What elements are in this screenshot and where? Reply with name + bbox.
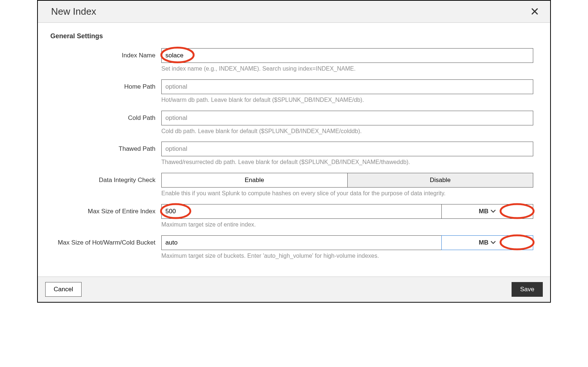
label-thawed-path: Thawed Path [50, 142, 161, 153]
select-max-bucket-unit[interactable]: MB [441, 235, 533, 250]
select-max-index-unit[interactable]: MB [441, 204, 533, 219]
label-data-integrity: Data Integrity Check [50, 173, 161, 184]
chevron-down-icon [491, 241, 496, 244]
modal-header: New Index [38, 1, 550, 23]
save-button[interactable]: Save [512, 282, 543, 297]
help-cold-path: Cold db path. Leave blank for default ($… [161, 128, 533, 135]
help-data-integrity: Enable this if you want Splunk to comput… [161, 190, 533, 197]
modal-title: New Index [51, 6, 96, 17]
row-max-bucket: Max Size of Hot/Warm/Cold Bucket MB Maxi… [50, 235, 538, 260]
cancel-button[interactable]: Cancel [45, 282, 82, 297]
help-thawed-path: Thawed/resurrected db path. Leave blank … [161, 158, 533, 166]
row-cold-path: Cold Path Cold db path. Leave blank for … [50, 111, 538, 135]
toggle-data-integrity: Enable Disable [161, 173, 533, 188]
input-max-bucket[interactable] [161, 235, 441, 250]
input-max-index[interactable] [161, 204, 441, 219]
row-max-index: Max Size of Entire Index MB [50, 204, 538, 229]
help-max-index: Maximum target size of entire index. [161, 221, 533, 229]
row-index-name: Index Name Set index name (e.g., INDEX_N… [50, 48, 538, 73]
modal-footer: Cancel Save [38, 277, 550, 302]
label-cold-path: Cold Path [50, 111, 161, 122]
input-thawed-path[interactable] [161, 142, 533, 156]
unit-label: MB [479, 239, 488, 246]
input-cold-path[interactable] [161, 111, 533, 125]
input-home-path[interactable] [161, 79, 533, 94]
label-home-path: Home Path [50, 79, 161, 91]
help-max-bucket: Maximum target size of buckets. Enter 'a… [161, 252, 533, 260]
label-index-name: Index Name [50, 48, 161, 60]
row-thawed-path: Thawed Path Thawed/resurrected db path. … [50, 142, 538, 166]
row-data-integrity: Data Integrity Check Enable Disable Enab… [50, 173, 538, 197]
help-index-name: Set index name (e.g., INDEX_NAME). Searc… [161, 65, 533, 73]
close-icon[interactable] [530, 7, 540, 17]
input-index-name[interactable] [161, 48, 533, 63]
unit-label: MB [479, 208, 488, 215]
section-heading-general: General Settings [50, 32, 538, 40]
label-max-bucket: Max Size of Hot/Warm/Cold Bucket [50, 235, 161, 247]
modal-body: General Settings Index Name Set index na… [38, 23, 550, 277]
chevron-down-icon [491, 210, 496, 213]
help-home-path: Hot/warm db path. Leave blank for defaul… [161, 96, 533, 104]
toggle-enable[interactable]: Enable [161, 173, 348, 188]
toggle-disable[interactable]: Disable [348, 173, 534, 188]
label-max-index: Max Size of Entire Index [50, 204, 161, 215]
new-index-modal: New Index General Settings Index Name Se… [37, 0, 551, 303]
row-home-path: Home Path Hot/warm db path. Leave blank … [50, 79, 538, 104]
